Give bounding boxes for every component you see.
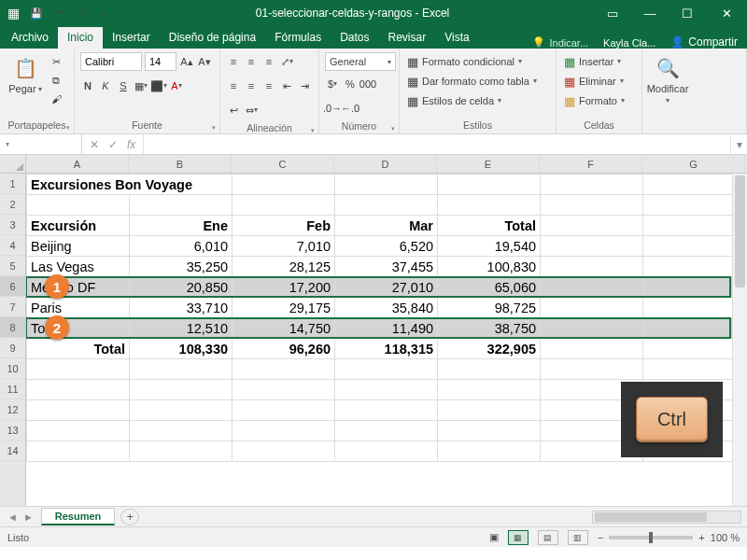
cell[interactable]: Mar <box>335 216 438 236</box>
ribbon-options-icon[interactable]: ▭ <box>594 0 631 26</box>
increase-indent-icon[interactable]: ⇥ <box>297 78 312 93</box>
align-top-icon[interactable]: ≡ <box>226 54 241 69</box>
cell[interactable]: 35,250 <box>130 257 233 277</box>
redo-icon[interactable]: ↷ <box>74 6 89 21</box>
accounting-format-icon[interactable]: $ <box>325 77 340 91</box>
align-center-icon[interactable]: ≡ <box>244 78 259 93</box>
cell[interactable]: 65,060 <box>438 277 541 298</box>
expand-formula-bar-icon[interactable]: ▾ <box>730 134 747 154</box>
cell[interactable]: 14,750 <box>233 318 335 339</box>
align-right-icon[interactable]: ≡ <box>261 78 276 93</box>
cell[interactable]: Excursiones Bon Voyage <box>27 175 233 195</box>
column-header[interactable]: G <box>642 155 745 173</box>
align-middle-icon[interactable]: ≡ <box>244 54 259 69</box>
row-header[interactable]: 1 <box>0 174 25 194</box>
page-break-view-button[interactable]: ▥ <box>568 530 588 545</box>
italic-button[interactable]: K <box>98 78 113 93</box>
cell[interactable]: 6,010 <box>130 236 233 257</box>
row-header[interactable]: 13 <box>0 420 25 441</box>
tab-home[interactable]: Inicio <box>58 27 103 49</box>
cell[interactable]: 38,750 <box>438 318 541 339</box>
column-header[interactable]: E <box>437 155 540 173</box>
zoom-level[interactable]: 100 % <box>711 532 740 543</box>
align-left-icon[interactable]: ≡ <box>226 78 241 93</box>
cell[interactable]: 108,330 <box>130 339 233 359</box>
cell[interactable]: Paris <box>27 298 130 318</box>
cut-icon[interactable]: ✂ <box>49 54 63 69</box>
zoom-in-button[interactable]: + <box>698 532 704 543</box>
enter-formula-icon[interactable]: ✓ <box>108 138 118 151</box>
increase-font-icon[interactable]: A▴ <box>179 54 194 69</box>
row-header[interactable]: 14 <box>0 441 25 461</box>
horizontal-scrollbar[interactable] <box>592 511 741 524</box>
tab-review[interactable]: Revisar <box>379 27 436 49</box>
conditional-formatting-button[interactable]: ▦Formato condicional <box>405 52 524 71</box>
cell[interactable]: 6,520 <box>335 236 438 257</box>
save-icon[interactable]: 💾 <box>29 6 44 21</box>
cell[interactable]: 7,010 <box>233 236 335 257</box>
font-name-input[interactable] <box>80 52 142 71</box>
minimize-button[interactable]: — <box>631 0 669 26</box>
font-color-button[interactable]: A <box>169 78 184 93</box>
cell[interactable]: México DF <box>27 277 130 298</box>
cell[interactable]: 28,125 <box>233 257 335 277</box>
cell[interactable]: 20,850 <box>130 277 233 298</box>
number-format-dropdown[interactable]: General <box>325 52 396 71</box>
row-header[interactable]: 5 <box>0 256 25 276</box>
sheet-nav-prev-icon[interactable]: ◄ <box>7 511 18 523</box>
cell[interactable]: 322,905 <box>438 339 541 359</box>
row-header[interactable]: 10 <box>0 358 25 379</box>
cell[interactable]: 37,455 <box>335 257 438 277</box>
tab-data[interactable]: Datos <box>331 27 378 49</box>
delete-cells-button[interactable]: ▦Eliminar <box>562 72 626 91</box>
column-header[interactable]: D <box>334 155 437 173</box>
paste-button[interactable]: 📋 Pegar <box>6 52 45 95</box>
cell[interactable]: 98,725 <box>438 298 541 318</box>
sheet-nav-next-icon[interactable]: ► <box>23 511 34 523</box>
row-header[interactable]: 6 <box>0 276 25 297</box>
row-header[interactable]: 9 <box>0 338 25 358</box>
font-size-input[interactable] <box>145 52 176 71</box>
close-button[interactable]: ✕ <box>706 0 747 26</box>
column-header[interactable]: B <box>129 155 232 173</box>
cell[interactable]: 118,315 <box>335 339 438 359</box>
editing-button[interactable]: 🔍 Modificar <box>648 52 687 105</box>
format-painter-icon[interactable]: 🖌 <box>49 91 63 106</box>
normal-view-button[interactable]: ▦ <box>508 530 529 545</box>
vertical-scrollbar[interactable] <box>732 174 747 506</box>
cell[interactable]: 35,840 <box>335 298 438 318</box>
format-as-table-button[interactable]: ▦Dar formato como tabla <box>405 72 539 91</box>
record-macro-icon[interactable]: ▣ <box>489 531 499 543</box>
cell[interactable]: Las Vegas <box>27 257 130 277</box>
tab-file[interactable]: Archivo <box>2 27 58 49</box>
column-header[interactable]: C <box>232 155 334 173</box>
bold-button[interactable]: N <box>80 78 95 93</box>
fx-icon[interactable]: fx <box>127 138 135 151</box>
copy-icon[interactable]: ⧉ <box>49 73 63 88</box>
column-header[interactable]: A <box>26 155 129 173</box>
percent-format-icon[interactable]: % <box>343 77 358 91</box>
fill-color-button[interactable]: ⬛ <box>151 78 166 93</box>
border-button[interactable]: ▦ <box>134 78 148 93</box>
wrap-text-icon[interactable]: ↩ <box>226 103 241 118</box>
tab-view[interactable]: Vista <box>435 27 478 49</box>
sheet-tab-active[interactable]: Resumen <box>41 508 116 525</box>
row-header[interactable]: 7 <box>0 297 25 317</box>
tell-me-search[interactable]: 💡 Indicar... <box>525 36 596 49</box>
row-header[interactable]: 12 <box>0 399 25 420</box>
zoom-out-button[interactable]: − <box>598 532 603 543</box>
tab-formulas[interactable]: Fórmulas <box>265 27 331 49</box>
tab-insert[interactable]: Insertar <box>103 27 160 49</box>
comma-format-icon[interactable]: 000 <box>360 77 375 91</box>
cell[interactable]: Beijing <box>27 236 130 257</box>
undo-icon[interactable]: ↶ <box>51 6 66 21</box>
decrease-indent-icon[interactable]: ⇤ <box>279 78 294 93</box>
row-header[interactable]: 8 <box>0 317 25 338</box>
cell[interactable]: Tokyo <box>27 318 130 339</box>
maximize-button[interactable]: ☐ <box>669 0 706 26</box>
share-button[interactable]: 👤Compartir <box>663 35 745 49</box>
formula-input[interactable] <box>144 134 730 154</box>
cell[interactable]: Excursión <box>27 216 130 236</box>
cell[interactable]: 33,710 <box>130 298 233 318</box>
zoom-slider[interactable] <box>609 536 693 539</box>
